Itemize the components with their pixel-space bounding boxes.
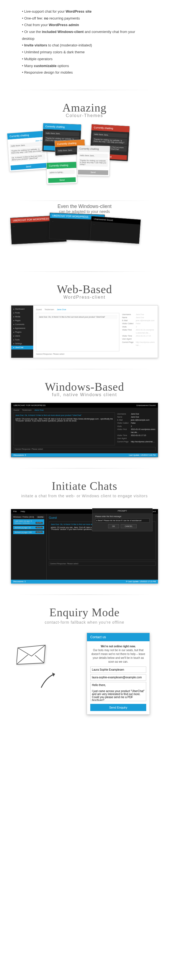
section-subtitle: full, native Windows client: [0, 392, 169, 397]
wp-sidebar-item[interactable]: ▸ Dashboard: [11, 307, 33, 311]
wp-sidebar-item[interactable]: ▸ Comments: [11, 323, 33, 326]
canned-response[interactable]: Canned Response: Please select: [13, 447, 156, 451]
windows-adapt-preview: UBERCHAT FOR WORDPRESS ... UBERCHAT FOR …: [0, 214, 169, 269]
info-row: Visitor CalledFalse: [122, 322, 155, 325]
prompt-input[interactable]: [95, 519, 150, 523]
enquiry-preview: Contact us We're not online right now. O…: [0, 627, 169, 721]
wp-sidebar-item[interactable]: ▸ Pages: [11, 319, 33, 323]
prompt-dialog: PROMPT Please enter the first message: O…: [92, 508, 153, 531]
feature-item: One-off fee: no recurring payments: [22, 15, 147, 22]
chat-message: Jane Doe: Ok, hi there! I'd like to find…: [38, 315, 117, 319]
wp-sidebar-item[interactable]: ▸ Users: [11, 334, 33, 338]
envelope-icon: [16, 644, 47, 667]
menu-file[interactable]: File: [13, 510, 17, 513]
section-title: Web-Based: [0, 283, 169, 296]
tab[interactable]: Jane Doe: [57, 308, 66, 311]
section-desc: contact-form fallback when you're offlin…: [0, 620, 169, 625]
last-update: Last Update: 1/5/2015 17:15 PM: [128, 581, 156, 582]
features-list: Live-support chat for your WordPress sit…: [0, 0, 169, 87]
tab[interactable]: Guest: [13, 409, 19, 411]
win-preview-3: Unanswered Sound ...: [90, 216, 141, 244]
wp-sidebar-item[interactable]: ▸ Settings: [11, 342, 33, 345]
info-row: E-Mailjane.d@example.com: [117, 418, 156, 422]
info-row: E-Mailjane.d@example.com: [122, 319, 155, 322]
info-row: Visitor Time2013-01-01 17:15: [117, 434, 156, 437]
win-chat-area: Jane Doe: Ok, hi there! I'd like to find…: [13, 412, 115, 445]
win-client-full: UBERCHAT FOR WORDPRESS Unanswered Sound …: [0, 400, 169, 465]
feature-item: Many customizable options: [22, 63, 147, 70]
menu-help[interactable]: Help: [21, 510, 25, 513]
windows-adapt-text: Even the Windows-client can be adapted t…: [0, 204, 169, 214]
invite-button[interactable]: INVITE: [37, 516, 44, 518]
name-input[interactable]: [90, 667, 146, 673]
prompt-title: PROMPT: [92, 509, 152, 513]
wp-sidebar-item[interactable]: ▸ Plugins: [11, 330, 33, 334]
info-row: NameJane Doe: [117, 415, 156, 418]
wp-sidebar-item[interactable]: ▸ Posts: [11, 311, 33, 315]
colour-themes-preview: Currently chatting Jane Doe Hello there …: [0, 121, 169, 198]
divider: [16, 90, 153, 90]
win-status: Unanswered Sound: [136, 404, 156, 407]
visitor-browser: Windows / Firefox (34.0): [13, 516, 34, 518]
tab[interactable]: Testersen: [22, 409, 32, 411]
wp-sidebar-item[interactable]: ▸ UberChat: [11, 345, 33, 350]
wp-sidebar-item[interactable]: ▸ Media: [11, 315, 33, 319]
info-row: Current Pagehttp://wordpress.uberchat.…: [117, 440, 156, 443]
section-title: Amazing: [0, 101, 169, 114]
tab[interactable]: Jane Doe: [34, 409, 44, 411]
section-initiate: Initiate Chats initate a chat from the w…: [0, 471, 169, 501]
chat-header: Currently chatting: [77, 146, 110, 152]
visitor-item[interactable]: Arrived (s) ago: 195INVITE: [13, 531, 44, 534]
info-row: Visitor Time2013-01-01 17:15: [122, 334, 155, 337]
feature-item: Unlimited primary colors & dark theme: [22, 49, 147, 56]
wp-main: GuestTestersenJane Doe Jane Doe: Ok, hi …: [33, 305, 158, 358]
send-button[interactable]: Send: [78, 170, 108, 175]
info-row: Visits2: [117, 425, 156, 428]
chat-message: Thanks for visiting our website. Is ther…: [92, 137, 127, 145]
wp-sidebar-item[interactable]: ▸ Tools: [11, 338, 33, 342]
divider: [16, 369, 153, 369]
tab[interactable]: Guest: [36, 308, 42, 311]
send-button[interactable]: Send: [48, 177, 76, 183]
contact-header: Contact us: [87, 633, 150, 641]
info-row: NameJane Doe: [122, 316, 155, 319]
notice-bold: We're not online right now.: [101, 645, 136, 648]
section-desc: initate a chat from the web- or Windows …: [0, 494, 169, 498]
section-subtitle: Colour-Themes: [0, 113, 169, 118]
wp-client-preview: ▸ Dashboard▸ Posts▸ Media▸ Pages▸ Commen…: [0, 302, 169, 366]
ok-button[interactable]: OK: [108, 524, 119, 528]
win-visitor-info: UsernameJane DoeNameJane DoeE-Mailjane.d…: [117, 412, 156, 445]
info-row: UsernameJane Doe: [117, 412, 156, 415]
subtitle-main: Even the Windows-client: [0, 204, 169, 209]
subtitle-sub: can be adapted to your needs: [0, 209, 169, 214]
visitors-sidebar: Windows / Firefox (34.0) INVITE Last see…: [11, 514, 47, 580]
win-tabs: GuestTestersenJane Doe: [13, 408, 156, 412]
notice-text: Our bots may not be in our seats, but th…: [92, 649, 145, 663]
visitor-item[interactable]: Arrived (s) ago: 16INVITE: [13, 526, 44, 530]
send-button[interactable]: Send: [11, 163, 47, 170]
section-title: Enquiry Mode: [0, 606, 169, 619]
discussions-count: Discussions: 3: [13, 581, 25, 583]
divider: [16, 200, 153, 201]
send-enquiry-button[interactable]: Send Enquiry: [90, 704, 146, 711]
wp-sidebar-item[interactable]: ▸ Appearance: [11, 326, 33, 330]
initiate-chat-area: PROMPT Please enter the first message: O…: [47, 514, 158, 580]
email-input[interactable]: [90, 674, 146, 681]
svg-marker-0: [16, 645, 45, 664]
message-textarea[interactable]: [90, 682, 146, 701]
wp-sidebar: ▸ Dashboard▸ Posts▸ Media▸ Pages▸ Commen…: [11, 305, 33, 358]
visitor-item[interactable]: Last seen (s) ago: 9Windows / UnknownINV…: [13, 519, 44, 525]
info-row: Current Pagehttp://wordpress.uberchat.…: [122, 340, 155, 347]
chat-preview-green: Currently chatting admin is typing... Se…: [46, 162, 77, 185]
last-update: Last Update: 1/5/2015 5:46 PM: [129, 454, 156, 456]
cancel-button[interactable]: CANCEL: [121, 524, 137, 528]
canned-response[interactable]: Canned Response: Please select: [36, 353, 155, 355]
chat-preview-blue: Currently chatting Jane Doe Hello there …: [7, 130, 48, 172]
chat-message: admin: Of course you can, Jane. First of…: [15, 418, 113, 422]
tab[interactable]: Testersen: [44, 308, 54, 311]
prompt-label: Please enter the first message:: [95, 515, 150, 517]
canned-response[interactable]: Canned Response: Please select: [49, 562, 156, 566]
feature-item: Responsive design for mobiles: [22, 69, 147, 76]
chat-message: Thanks for visiting our website. Is ther…: [79, 158, 108, 167]
win-app-title: UBERCHAT FOR WORDPRESS: [13, 404, 46, 407]
